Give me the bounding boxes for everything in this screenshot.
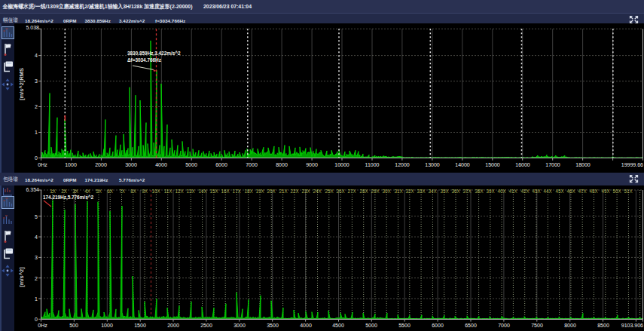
svg-text:27X: 27X — [347, 188, 356, 194]
svg-text:4000: 4000 — [300, 323, 312, 328]
svg-text:30X: 30X — [382, 188, 391, 194]
svg-text:39X: 39X — [486, 188, 495, 194]
svg-text:1: 1 — [35, 296, 38, 302]
svg-text:13000: 13000 — [425, 162, 440, 167]
svg-text:20X: 20X — [267, 188, 276, 194]
svg-text:23X: 23X — [301, 188, 310, 194]
svg-text:0: 0 — [35, 317, 38, 322]
svg-text:44X: 44X — [543, 188, 552, 194]
svg-text:12000: 12000 — [395, 162, 410, 167]
svg-text:50X: 50X — [612, 188, 621, 194]
svg-text:3000: 3000 — [125, 162, 137, 167]
svg-text:7500: 7500 — [531, 323, 543, 328]
svg-text:6.354: 6.354 — [26, 187, 39, 192]
svg-text:Δf=3034.766Hz: Δf=3034.766Hz — [127, 57, 161, 63]
svg-text:5000: 5000 — [365, 323, 377, 328]
svg-text:29X: 29X — [371, 188, 380, 194]
svg-text:6500: 6500 — [465, 323, 477, 328]
svg-text:47X: 47X — [578, 188, 587, 194]
svg-text:46X: 46X — [566, 188, 575, 194]
svg-text:4000: 4000 — [155, 162, 167, 167]
svg-text:16X: 16X — [221, 188, 230, 194]
svg-text:12X: 12X — [175, 188, 184, 194]
svg-text:31X: 31X — [394, 188, 403, 194]
svg-text:15X: 15X — [209, 188, 218, 194]
svg-text:43X: 43X — [532, 188, 541, 194]
svg-text:2X: 2X — [61, 188, 68, 194]
svg-text:3X: 3X — [72, 188, 79, 194]
svg-text:16000: 16000 — [515, 162, 530, 167]
svg-text:15000: 15000 — [485, 162, 500, 167]
svg-text:6000: 6000 — [215, 162, 227, 167]
svg-text:24X: 24X — [313, 188, 322, 194]
svg-text:28X: 28X — [359, 188, 368, 194]
svg-text:13X: 13X — [186, 188, 195, 194]
svg-text:0: 0 — [35, 155, 38, 161]
svg-text:36X: 36X — [451, 188, 460, 194]
svg-text:8000: 8000 — [564, 323, 576, 328]
svg-text:49X: 49X — [601, 188, 610, 194]
svg-text:7X: 7X — [119, 188, 126, 194]
svg-text:5000: 5000 — [185, 162, 197, 167]
svg-text:40X: 40X — [497, 188, 506, 194]
svg-text:10X: 10X — [151, 188, 160, 194]
svg-text:4X: 4X — [84, 188, 91, 194]
svg-text:1500: 1500 — [134, 323, 146, 328]
svg-text:14X: 14X — [198, 188, 207, 194]
svg-text:包络谱: 包络谱 — [3, 176, 18, 182]
svg-text:1000: 1000 — [65, 162, 77, 167]
svg-text:35X: 35X — [440, 188, 449, 194]
svg-text:6000: 6000 — [432, 323, 444, 328]
svg-text:4: 4 — [35, 53, 38, 58]
svg-text:45X: 45X — [555, 188, 564, 194]
svg-text:21X: 21X — [279, 188, 288, 194]
svg-text:500: 500 — [69, 323, 78, 328]
svg-text:2500: 2500 — [200, 323, 212, 328]
svg-text:32X: 32X — [405, 188, 414, 194]
svg-text:3: 3 — [35, 78, 38, 84]
svg-text:14000: 14000 — [455, 162, 470, 167]
svg-text:5X: 5X — [96, 188, 102, 194]
svg-text:3: 3 — [35, 255, 38, 260]
svg-text:7000: 7000 — [498, 323, 510, 328]
svg-text:5.038: 5.038 — [26, 25, 39, 30]
svg-text:8X: 8X — [130, 188, 137, 194]
svg-text:19999.66: 19999.66 — [621, 162, 643, 167]
svg-text:幅值谱: 幅值谱 — [3, 17, 18, 23]
svg-text:4: 4 — [35, 234, 38, 240]
svg-text:38X: 38X — [475, 188, 484, 194]
svg-text:33X: 33X — [417, 188, 426, 194]
svg-text:4500: 4500 — [332, 323, 344, 328]
svg-text:6X: 6X — [107, 188, 114, 194]
svg-text:25X: 25X — [325, 188, 334, 194]
svg-text:17X: 17X — [232, 188, 241, 194]
svg-text:9000: 9000 — [306, 162, 318, 167]
svg-text:1X: 1X — [50, 188, 56, 194]
svg-text:全椒海螺水泥/一线/1309立磨减速机2/减速机1轴输入3H: 全椒海螺水泥/一线/1309立磨减速机2/减速机1轴输入3H/128k 加速度波… — [2, 3, 193, 10]
svg-text:26X: 26X — [336, 188, 345, 194]
svg-text:2000: 2000 — [95, 162, 107, 167]
svg-text:2023/06/23 07:41:04: 2023/06/23 07:41:04 — [203, 4, 252, 9]
svg-text:34X: 34X — [428, 188, 437, 194]
svg-text:8500: 8500 — [597, 323, 609, 328]
svg-text:51X: 51X — [624, 188, 633, 194]
svg-text:41X: 41X — [508, 188, 517, 194]
svg-text:2: 2 — [35, 276, 38, 281]
svg-text:2000: 2000 — [167, 323, 179, 328]
svg-text:0Hz: 0Hz — [38, 162, 47, 167]
svg-text:19X: 19X — [255, 188, 264, 194]
svg-text:18X: 18X — [244, 188, 253, 194]
svg-text:5: 5 — [35, 214, 38, 219]
svg-text:8000: 8000 — [276, 162, 288, 167]
svg-text:174.219Hz,5.776m/s^2: 174.219Hz,5.776m/s^2 — [43, 195, 93, 201]
svg-text:11000: 11000 — [365, 162, 380, 167]
svg-text:17000: 17000 — [545, 162, 560, 167]
svg-text:37X: 37X — [462, 188, 472, 194]
svg-text:22X: 22X — [290, 188, 299, 194]
svg-text:0Hz: 0Hz — [38, 323, 47, 328]
svg-text:5500: 5500 — [398, 323, 411, 328]
svg-text:3000: 3000 — [233, 323, 246, 328]
svg-text:10000: 10000 — [334, 162, 349, 167]
svg-text:2: 2 — [35, 104, 38, 109]
svg-text:18000: 18000 — [575, 162, 591, 167]
